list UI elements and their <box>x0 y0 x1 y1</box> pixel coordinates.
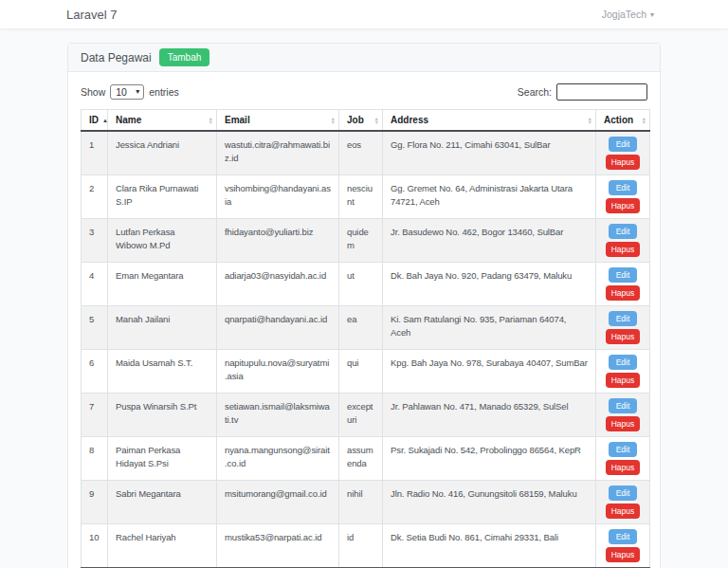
entries-label: entries <box>149 86 179 98</box>
edit-button[interactable]: Edit <box>609 311 638 326</box>
column-label: ID <box>89 115 99 125</box>
tambah-button[interactable]: Tambah <box>159 48 210 66</box>
table-row: 3 Lutfan Perkasa Wibowo M.Pd fhidayanto@… <box>82 219 650 263</box>
column-header-job[interactable]: Job ▲▼ <box>339 110 383 132</box>
cell-name: Puspa Winarsih S.Pt <box>108 394 217 437</box>
table-row: 10 Rachel Hariyah mustika53@narpati.ac.i… <box>82 524 650 568</box>
hapus-button[interactable]: Hapus <box>606 373 641 388</box>
cell-email: vsihombing@handayani.asia <box>217 175 339 219</box>
cell-job: excepturi <box>339 394 383 437</box>
cell-id: 10 <box>82 524 108 568</box>
pegawai-table: ID▲ Name ▲▼ Email ▲▼ Job ▲▼ <box>81 109 650 568</box>
edit-button[interactable]: Edit <box>609 355 638 370</box>
cell-email: wastuti.citra@rahmawati.biz.id <box>217 131 339 175</box>
cell-job: assumenda <box>339 437 383 481</box>
cell-job: id <box>339 524 383 568</box>
search-control: Search: <box>518 83 647 101</box>
table-row: 7 Puspa Winarsih S.Pt setiawan.ismail@la… <box>82 394 650 437</box>
page-container: Data Pegawai Tambah Show 10 entries Sear… <box>0 28 728 568</box>
edit-button[interactable]: Edit <box>609 529 638 544</box>
hapus-button[interactable]: Hapus <box>606 285 641 301</box>
column-header-address[interactable]: Address ▲▼ <box>383 110 596 132</box>
search-label: Search: <box>518 86 552 98</box>
table-controls: Show 10 entries Search: <box>81 83 647 101</box>
cell-name: Jessica Andriani <box>108 131 217 175</box>
table-row: 8 Paiman Perkasa Hidayat S.Psi nyana.man… <box>82 437 650 481</box>
column-header-id[interactable]: ID▲ <box>82 110 108 132</box>
cell-actions: Edit Hapus <box>596 437 650 481</box>
column-header-name[interactable]: Name ▲▼ <box>108 110 217 132</box>
hapus-button[interactable]: Hapus <box>606 416 641 431</box>
cell-name: Lutfan Perkasa Wibowo M.Pd <box>108 219 217 263</box>
cell-id: 6 <box>82 350 108 394</box>
cell-name: Eman Megantara <box>108 263 217 306</box>
edit-button[interactable]: Edit <box>609 137 638 152</box>
edit-button[interactable]: Edit <box>609 267 638 283</box>
cell-job: ea <box>339 306 383 350</box>
cell-actions: Edit Hapus <box>596 394 650 437</box>
hapus-button[interactable]: Hapus <box>606 547 641 562</box>
table-row: 5 Manah Jailani qnarpati@handayani.ac.id… <box>82 306 650 350</box>
cell-address: Jr. Basudewo No. 462, Bogor 13460, SulBa… <box>383 219 596 263</box>
cell-email: fhidayanto@yuliarti.biz <box>217 219 339 263</box>
cell-name: Maida Usamah S.T. <box>108 350 217 394</box>
edit-button[interactable]: Edit <box>609 398 638 413</box>
cell-actions: Edit Hapus <box>596 175 650 219</box>
cell-id: 5 <box>82 306 108 350</box>
cell-email: napitupulu.nova@suryatmi.asia <box>217 350 339 394</box>
edit-button[interactable]: Edit <box>609 180 638 195</box>
cell-job: qui <box>339 350 383 394</box>
cell-id: 1 <box>82 131 108 175</box>
user-dropdown[interactable]: JogjaTech ▾ <box>602 9 654 20</box>
cell-job: eos <box>339 131 383 175</box>
card-body: Show 10 entries Search: <box>68 72 660 568</box>
column-label: Email <box>225 115 250 125</box>
cell-id: 3 <box>82 219 108 263</box>
hapus-button[interactable]: Hapus <box>606 460 641 475</box>
show-label: Show <box>81 86 105 98</box>
table-row: 4 Eman Megantara adiarja03@nasyidah.ac.i… <box>82 263 650 306</box>
hapus-button[interactable]: Hapus <box>606 198 641 213</box>
cell-id: 4 <box>82 263 108 306</box>
cell-actions: Edit Hapus <box>596 481 650 524</box>
hapus-button[interactable]: Hapus <box>606 155 641 170</box>
cell-email: mustika53@narpati.ac.id <box>217 524 339 568</box>
search-input[interactable] <box>556 83 647 101</box>
cell-name: Paiman Perkasa Hidayat S.Psi <box>108 437 217 481</box>
brand-link[interactable]: Laravel 7 <box>66 8 117 22</box>
page-length-select-wrap: 10 <box>110 84 144 100</box>
edit-button[interactable]: Edit <box>609 224 638 239</box>
edit-button[interactable]: Edit <box>609 442 638 457</box>
cell-address: Dk. Setia Budi No. 861, Cimahi 29331, Ba… <box>383 524 596 568</box>
card-title: Data Pegawai <box>81 51 152 64</box>
hapus-button[interactable]: Hapus <box>606 504 641 519</box>
cell-name: Rachel Hariyah <box>108 524 217 568</box>
sort-icon: ▲▼ <box>331 117 336 124</box>
table-row: 6 Maida Usamah S.T. napitupulu.nova@sury… <box>82 350 650 394</box>
cell-address: Gg. Flora No. 211, Cimahi 63041, SulBar <box>383 131 596 175</box>
table-head: ID▲ Name ▲▼ Email ▲▼ Job ▲▼ <box>82 110 650 132</box>
cell-actions: Edit Hapus <box>596 524 650 568</box>
column-label: Action <box>604 115 633 125</box>
edit-button[interactable]: Edit <box>609 486 638 501</box>
sort-icon: ▲▼ <box>209 117 213 124</box>
hapus-button[interactable]: Hapus <box>606 329 641 344</box>
cell-id: 2 <box>82 175 108 219</box>
page-length-select[interactable]: 10 <box>110 84 144 100</box>
cell-email: msitumorang@gmail.co.id <box>217 481 339 524</box>
sort-icon: ▲▼ <box>642 117 646 124</box>
cell-address: Kpg. Bah Jaya No. 978, Surabaya 40407, S… <box>383 350 596 394</box>
table-body: 1 Jessica Andriani wastuti.citra@rahmawa… <box>82 131 650 568</box>
column-label: Job <box>347 115 364 125</box>
column-label: Name <box>116 115 141 125</box>
user-dropdown-label: JogjaTech <box>602 9 646 20</box>
column-header-email[interactable]: Email ▲▼ <box>217 110 339 132</box>
cell-id: 9 <box>82 481 108 524</box>
cell-actions: Edit Hapus <box>596 263 650 306</box>
cell-email: nyana.mangunsong@sirait.co.id <box>217 437 339 481</box>
cell-name: Manah Jailani <box>108 306 217 350</box>
hapus-button[interactable]: Hapus <box>606 242 641 257</box>
cell-job: nesciunt <box>339 175 383 219</box>
table-row: 9 Sabri Megantara msitumorang@gmail.co.i… <box>82 481 650 524</box>
column-header-action[interactable]: Action ▲▼ <box>596 110 650 132</box>
